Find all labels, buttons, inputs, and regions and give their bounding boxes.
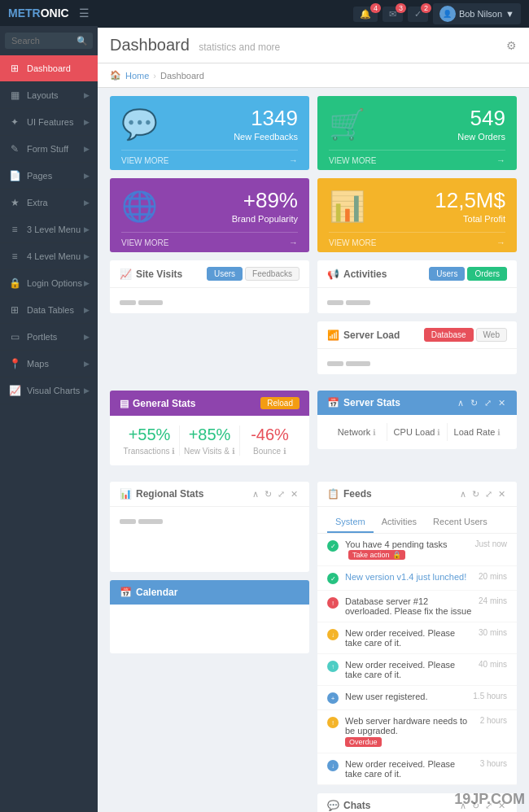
gear-icon[interactable]: ⚙ — [506, 39, 517, 52]
sidebar-item-pages[interactable]: 📄 Pages ▶ — [0, 163, 98, 190]
take-action-badge: Take action 🔒 — [348, 550, 405, 560]
sidebar-item-layouts[interactable]: ▦ Layouts ▶ — [0, 82, 98, 109]
tab-web[interactable]: Web — [476, 328, 507, 342]
arrow-icon: ▶ — [84, 252, 90, 260]
site-visits-box: 📈 Site Visits Users Feedbacks — [110, 260, 309, 313]
reload-button[interactable]: Reload — [260, 397, 299, 409]
sidebar-item-data-tables[interactable]: ⊞ Data Tables ▶ — [0, 297, 98, 324]
feed-item: ↓ New order received. Please take care o… — [317, 753, 517, 785]
expand-icon[interactable]: ⤢ — [483, 398, 493, 408]
stat-card-brand: 🌐 +89% Brand Popularity VIEW MORE → — [110, 178, 309, 252]
messages-btn[interactable]: ✉ 3 — [383, 7, 403, 22]
collapse-icon[interactable]: ∧ — [251, 489, 260, 500]
regional-icon: 📊 — [120, 488, 132, 500]
sidebar-item-maps[interactable]: 📍 Maps ▶ — [0, 351, 98, 378]
info-icon: ℹ — [283, 447, 286, 456]
sidebar-item-4level[interactable]: ≡ 4 Level Menu ▶ — [0, 243, 98, 270]
sidebar-item-ui-features[interactable]: ✦ UI Features ▶ — [0, 109, 98, 136]
arrow-icon: ▶ — [84, 386, 90, 395]
orders-icon: 🛒 — [329, 107, 365, 142]
tab-feedbacks[interactable]: Feedbacks — [245, 267, 299, 281]
cpu-col: CPU Load ℹ — [387, 423, 448, 441]
sidebar-item-form-stuff[interactable]: ✎ Form Stuff ▶ — [0, 136, 98, 163]
brand-view-more[interactable]: VIEW MORE — [121, 238, 168, 247]
dashboard-icon: ⊞ — [8, 63, 21, 74]
feed-indicator: ✓ — [327, 540, 339, 552]
new-visits-label: New Visits & ℹ — [180, 447, 239, 456]
refresh-icon[interactable]: ↻ — [470, 489, 481, 500]
feeds-tabs: System Activities Recent Users — [317, 507, 517, 534]
menu4-icon: ≡ — [8, 251, 21, 262]
visits-placeholder — [120, 300, 299, 305]
regional-feeds-row: 📊 Regional Stats ∧ ↻ ⤢ ✕ — [110, 482, 517, 812]
calendar-box: 📅 Calendar — [110, 580, 309, 653]
orders-view-more[interactable]: VIEW MORE — [329, 156, 376, 165]
ui-icon: ✦ — [8, 116, 21, 128]
arrow-icon: ▶ — [84, 118, 90, 126]
arrow-right-icon: → — [289, 155, 298, 165]
page-title-bar: Dashboard statistics and more ⚙ — [98, 28, 529, 63]
feeds-tab-recent-users[interactable]: Recent Users — [425, 513, 496, 533]
orders-number: 549 — [457, 107, 505, 129]
breadcrumb: 🏠 Home › Dashboard — [98, 63, 529, 88]
bounce-label: Bounce ℹ — [240, 447, 299, 456]
overdue-badge: Overdue — [345, 737, 382, 747]
server-stats-icon: 📅 — [327, 397, 339, 408]
calendar-body — [110, 605, 309, 653]
orders-label: New Orders — [457, 132, 505, 142]
server-load-box: 📶 Server Load Database Web — [317, 321, 517, 374]
transactions-value: +55% — [120, 426, 179, 444]
collapse-icon[interactable]: ∧ — [458, 489, 468, 500]
server-load-title: 📶 Server Load — [327, 330, 400, 341]
charts-icon: 📈 — [8, 385, 21, 396]
hamburger-icon[interactable]: ☰ — [79, 7, 90, 20]
feeds-tab-activities[interactable]: Activities — [374, 513, 425, 533]
server-load-placeholder — [327, 361, 507, 366]
refresh-icon[interactable]: ↻ — [263, 489, 273, 500]
home-icon: 🏠 — [110, 70, 121, 81]
sidebar-logo: METRONIC ☰ — [0, 0, 98, 26]
search-box: 🔍 — [0, 26, 98, 55]
feeds-title: 📋 Feeds — [327, 488, 372, 500]
datatable-icon: ⊞ — [8, 304, 21, 316]
general-stats-box: ▤ General Stats Reload +55% Transactions… — [110, 391, 309, 465]
feed-item: ↑ New order received. Please take care o… — [317, 654, 517, 686]
close-icon[interactable]: ✕ — [496, 398, 507, 408]
close-icon[interactable]: ✕ — [496, 489, 507, 500]
user-menu-btn[interactable]: 👤 Bob Nilson ▼ — [433, 3, 521, 24]
sidebar-item-login[interactable]: 🔒 Login Options ▶ — [0, 270, 98, 297]
tab-orders[interactable]: Orders — [467, 267, 507, 281]
sidebar-item-portlets[interactable]: ▭ Portlets ▶ — [0, 324, 98, 351]
expand-icon[interactable]: ⤢ — [483, 489, 494, 500]
profit-icon: 📊 — [329, 190, 365, 224]
feedbacks-view-more[interactable]: VIEW MORE — [121, 156, 168, 165]
brand-label: Brand Popularity — [232, 214, 298, 224]
refresh-icon[interactable]: ↻ — [469, 398, 479, 408]
tab-users[interactable]: Users — [207, 267, 243, 281]
avatar: 👤 — [439, 6, 456, 22]
expand-icon[interactable]: ⤢ — [276, 489, 286, 500]
sidebar-item-dashboard[interactable]: ⊞ Dashboard — [0, 55, 98, 82]
notifications-btn[interactable]: 🔔 4 — [353, 7, 378, 22]
tab-database[interactable]: Database — [424, 328, 474, 342]
close-icon[interactable]: ✕ — [289, 489, 299, 500]
messages-badge: 3 — [396, 3, 406, 13]
feed-link[interactable]: New version v1.4 just lunched! — [345, 572, 466, 582]
feed-item: ✓ New version v1.4 just lunched! 20 mins — [317, 566, 517, 591]
maps-icon: 📍 — [8, 358, 21, 369]
loadrate-col: Load Rate ℹ — [448, 423, 507, 441]
stats-row-2: 🌐 +89% Brand Popularity VIEW MORE → 📊 12… — [110, 178, 517, 252]
breadcrumb-home[interactable]: Home — [125, 71, 149, 81]
sidebar-item-visual-charts[interactable]: 📈 Visual Charts ▶ — [0, 378, 98, 404]
profit-view-more[interactable]: VIEW MORE — [329, 238, 376, 247]
feedbacks-number: 1349 — [234, 107, 298, 129]
tasks-btn[interactable]: ✓ 2 — [408, 7, 428, 22]
sidebar-item-3level[interactable]: ≡ 3 Level Menu ▶ — [0, 216, 98, 243]
sidebar-item-extra[interactable]: ★ Extra ▶ — [0, 190, 98, 216]
stat-card-orders: 🛒 549 New Orders VIEW MORE → — [317, 96, 517, 170]
feeds-tab-system[interactable]: System — [327, 513, 374, 533]
tab-users[interactable]: Users — [429, 267, 465, 281]
collapse-icon[interactable]: ∧ — [456, 398, 466, 408]
general-server-row: ▤ General Stats Reload +55% Transactions… — [110, 391, 517, 474]
watermark: 19JP.COM — [454, 791, 525, 808]
